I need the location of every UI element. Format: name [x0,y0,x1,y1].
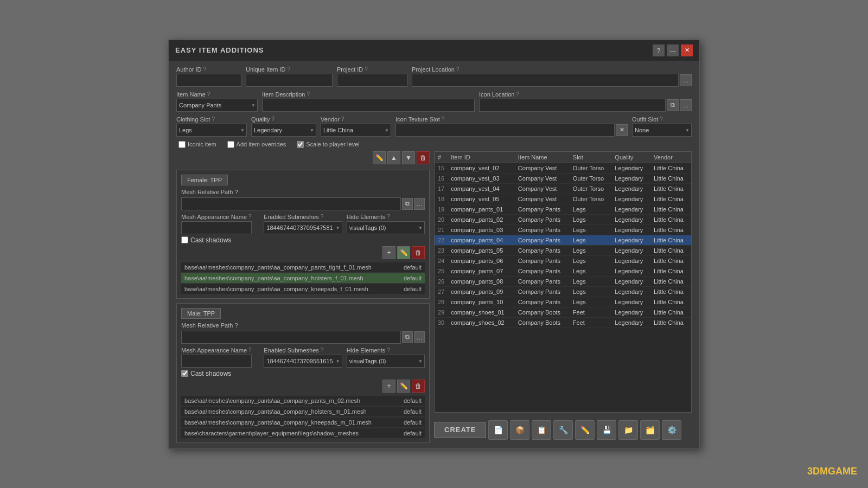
clothing-slot-help-icon[interactable]: ? [212,116,215,122]
table-row[interactable]: 21 company_pants_03 Company Pants Legs L… [435,224,691,235]
female-tpp-tab[interactable]: Female: TPP [181,175,228,185]
female-mesh-path-browse-button[interactable]: … [414,198,425,210]
table-row[interactable]: 19 company_pants_01 Company Pants Legs L… [435,204,691,214]
table-row[interactable]: 28 company_pants_10 Company Pants Legs L… [435,297,691,307]
create-button[interactable]: CREATE [434,422,486,438]
vendor-help-icon[interactable]: ? [341,116,344,122]
female-hide-elements-select[interactable]: visualTags (0) [347,221,425,234]
female-mesh-appearance-help-icon[interactable]: ? [248,214,252,220]
female-enabled-submeshes-help-icon[interactable]: ? [321,214,324,220]
help-button[interactable]: ? [653,44,665,56]
quality-select[interactable]: Legendary [251,124,316,137]
male-tpp-tab[interactable]: Male: TPP [181,308,221,319]
table-row[interactable]: 30 company_shoes_02 Company Boots Feet L… [435,317,691,328]
female-delete-mesh-btn[interactable]: 🗑 [412,246,425,259]
iconic-item-checkbox-label[interactable]: Iconic item [178,141,216,148]
iconic-item-checkbox[interactable] [178,141,186,148]
female-edit-mesh-btn[interactable]: ✏️ [397,246,410,259]
female-mesh-path-help-icon[interactable]: ? [234,189,238,195]
item-name-select[interactable]: Company Pants [176,99,258,112]
project-id-input[interactable]: company_man [337,74,407,87]
male-add-mesh-button[interactable]: + [382,380,395,393]
table-row[interactable]: 17 company_vest_04 Company Vest Outer To… [435,183,691,194]
item-description-help-icon[interactable]: ? [307,91,310,97]
settings-tool-button[interactable]: ⚙️ [662,420,681,440]
female-enabled-submeshes-select[interactable]: 18446744073709547581 [264,221,342,234]
icon-location-browse-button[interactable]: … [680,99,692,111]
icon-location-input[interactable]: base\aa\icons\aa_company_pants_f1.inkatl… [479,99,666,112]
edit-tool-button[interactable]: ✏️ [575,420,595,440]
female-cast-shadows-checkbox[interactable] [181,236,188,243]
male-hide-elements-help-icon[interactable]: ? [387,347,390,353]
male-delete-mesh-btn[interactable]: 🗑 [412,380,425,393]
edit-mesh-button[interactable]: ✏️ [373,151,386,164]
close-button[interactable]: ✕ [681,44,693,56]
table-row[interactable]: 15 company_vest_02 Company Vest Outer To… [435,163,691,173]
clothing-slot-select[interactable]: Legs [176,124,247,137]
add-item-overrides-checkbox-label[interactable]: Add item overrides [227,141,286,148]
project-location-browse-button[interactable]: … [680,74,692,86]
table-row[interactable]: 25 company_pants_07 Company Pants Legs L… [435,266,691,276]
male-mesh-path-copy-button[interactable]: ⧉ [402,331,413,343]
project-location-help-icon[interactable]: ? [456,66,459,72]
male-enabled-submeshes-help-icon[interactable]: ? [321,347,324,353]
female-add-mesh-button[interactable]: + [382,246,395,259]
icon-location-help-icon[interactable]: ? [516,91,519,97]
open-folder-tool-button[interactable]: 📁 [618,420,638,440]
icon-texture-slot-clear-button[interactable]: ✕ [616,124,628,136]
male-mesh-list-item[interactable]: base\characters\garment\player_equipment… [181,428,425,438]
outfit-slot-select[interactable]: None [632,124,692,137]
male-mesh-appearance-input[interactable]: default [181,355,252,368]
table-row[interactable]: 29 company_shoes_01 Company Boots Feet L… [435,307,691,317]
project-id-help-icon[interactable]: ? [365,66,368,72]
male-mesh-appearance-help-icon[interactable]: ? [248,347,252,353]
new-item-tool-button[interactable]: 📄 [488,420,508,440]
vendor-select[interactable]: Little China [321,124,391,137]
icon-texture-slot-input[interactable]: item_icon_4 [395,124,615,137]
female-mesh-appearance-input[interactable]: default [181,221,252,234]
icon-location-copy-button[interactable]: ⧉ [667,99,679,111]
table-row[interactable]: 24 company_pants_06 Company Pants Legs L… [435,255,691,266]
male-edit-mesh-btn[interactable]: ✏️ [397,380,410,393]
male-mesh-path-browse-button[interactable]: … [414,331,425,343]
icon-texture-slot-help-icon[interactable]: ? [442,116,445,122]
table-row[interactable]: 18 company_vest_05 Company Vest Outer To… [435,194,691,204]
scale-to-player-level-checkbox-label[interactable]: Scale to player level [297,141,359,148]
male-hide-elements-select[interactable]: visualTags (0) [347,355,425,368]
author-id-help-icon[interactable]: ? [203,66,206,72]
config-tool-button[interactable]: 🔧 [553,420,573,440]
copy-tool-button[interactable]: 📋 [532,420,551,440]
outfit-slot-help-icon[interactable]: ? [660,116,663,122]
male-mesh-list-item[interactable]: base\aa\meshes\company_pants\aa_company_… [181,418,425,427]
female-mesh-list-item[interactable]: base\aa\meshes\company_pants\aa_company_… [181,273,425,283]
female-mesh-path-copy-button[interactable]: ⧉ [402,198,413,210]
table-row[interactable]: 16 company_vest_03 Company Vest Outer To… [435,173,691,183]
project-location-input[interactable]: C:\Modding\Cyberpunk 2077\Mods\Company M… [412,74,679,87]
item-description-input[interactable]: Stylish pants with a holster and kneepad… [262,99,475,112]
delete-mesh-button[interactable]: 🗑 [417,151,430,164]
male-mesh-path-help-icon[interactable]: ? [234,322,238,329]
save-tool-button[interactable]: 💾 [597,420,616,440]
unique-item-id-help-icon[interactable]: ? [287,66,290,72]
minimize-button[interactable]: — [667,44,679,56]
male-enabled-submeshes-select[interactable]: 18446744073709551615 [264,355,342,368]
unique-item-id-input[interactable]: company_pants_04 [246,74,333,87]
female-hide-elements-help-icon[interactable]: ? [387,214,390,220]
table-row[interactable]: 23 company_pants_05 Company Pants Legs L… [435,245,691,255]
female-mesh-path-input[interactable]: base\aa\meshes\company_pants\aa_company_… [181,197,401,210]
male-mesh-list-item[interactable]: base\aa\meshes\company_pants\aa_company_… [181,407,425,416]
table-row[interactable]: 20 company_pants_02 Company Pants Legs L… [435,214,691,224]
male-mesh-path-input[interactable] [181,331,401,344]
package-tool-button[interactable]: 📦 [510,420,529,440]
male-mesh-list-item[interactable]: base\aa\meshes\company_pants\aa_company_… [181,396,425,406]
scale-to-player-level-checkbox[interactable] [297,141,304,148]
add-item-overrides-checkbox[interactable] [227,141,234,148]
table-row[interactable]: 26 company_pants_08 Company Pants Legs L… [435,276,691,286]
quality-help-icon[interactable]: ? [271,116,275,122]
project-folder-tool-button[interactable]: 🗂️ [640,420,660,440]
item-name-help-icon[interactable]: ? [207,91,210,97]
up-mesh-button[interactable]: ▲ [387,151,400,164]
table-row[interactable]: 27 company_pants_09 Company Pants Legs L… [435,286,691,297]
table-row[interactable]: 22 company_pants_04 Company Pants Legs L… [435,235,691,245]
author-id-input[interactable]: aa [176,74,241,87]
